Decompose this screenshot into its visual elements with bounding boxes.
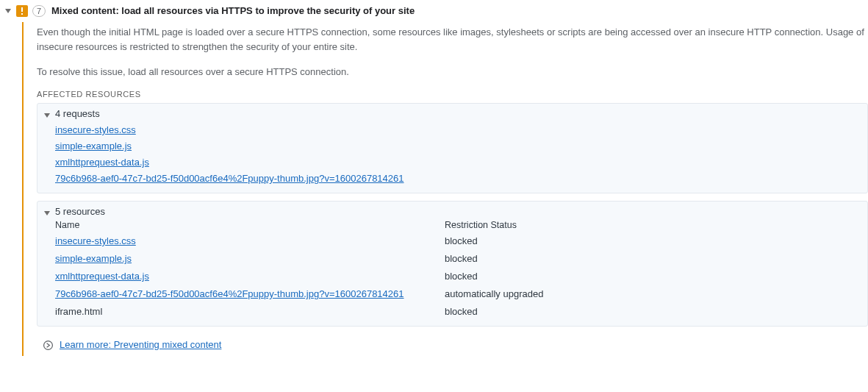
column-header-status: Restriction Status — [445, 220, 861, 232]
resource-link[interactable]: insecure-styles.css — [55, 235, 136, 246]
requests-panel-header[interactable]: 4 requests — [43, 108, 861, 119]
resource-name: iframe.html — [55, 304, 445, 320]
issue-description-p2: To resolve this issue, load all resource… — [37, 65, 868, 79]
disclosure-triangle-icon[interactable] — [4, 7, 12, 15]
resources-table: Name Restriction Status insecure-styles.… — [43, 220, 861, 320]
issue-description: Even though the initial HTML page is loa… — [37, 25, 868, 79]
learn-more-row: Learn more: Preventing mixed content — [37, 337, 868, 353]
warning-icon — [16, 5, 28, 17]
resources-panel-header[interactable]: 5 resources — [43, 206, 861, 217]
restriction-status: blocked — [445, 268, 861, 285]
restriction-status: blocked — [445, 304, 861, 320]
requests-panel: 4 requests insecure-styles.css simple-ex… — [37, 103, 868, 193]
issue-count-badge: 7 — [32, 5, 46, 17]
arrow-right-circle-icon — [43, 340, 54, 351]
requests-count-label: 4 requests — [55, 108, 100, 119]
restriction-status: blocked — [445, 233, 861, 249]
resources-count-label: 5 resources — [55, 206, 105, 217]
learn-more-link[interactable]: Learn more: Preventing mixed content — [60, 337, 221, 353]
affected-resources-label: AFFECTED RESOURCES — [37, 90, 868, 99]
resource-link[interactable]: xmlhttprequest-data.js — [55, 271, 149, 282]
svg-point-0 — [44, 341, 53, 349]
request-link[interactable]: 79c6b968-aef0-47c7-bd25-f50d00acf6e4%2Fp… — [55, 173, 404, 184]
chevron-down-icon — [43, 110, 51, 118]
resource-link[interactable]: 79c6b968-aef0-47c7-bd25-f50d00acf6e4%2Fp… — [55, 288, 404, 299]
requests-list: insecure-styles.css simple-example.js xm… — [43, 122, 861, 187]
issue-header-row: 7 Mixed content: load all resources via … — [0, 0, 868, 22]
request-link[interactable]: simple-example.js — [55, 140, 132, 152]
request-link[interactable]: insecure-styles.css — [55, 124, 136, 135]
column-header-name: Name — [55, 220, 445, 232]
restriction-status: automatically upgraded — [445, 286, 861, 302]
restriction-status: blocked — [445, 251, 861, 267]
resources-panel: 5 resources Name Restriction Status inse… — [37, 201, 868, 327]
resource-link[interactable]: simple-example.js — [55, 253, 132, 264]
issue-description-p1: Even though the initial HTML page is loa… — [37, 25, 868, 54]
issue-title: Mixed content: load all resources via HT… — [51, 4, 415, 18]
request-link[interactable]: xmlhttprequest-data.js — [55, 157, 149, 168]
chevron-down-icon — [43, 208, 51, 215]
issue-detail: Even though the initial HTML page is loa… — [22, 22, 868, 356]
